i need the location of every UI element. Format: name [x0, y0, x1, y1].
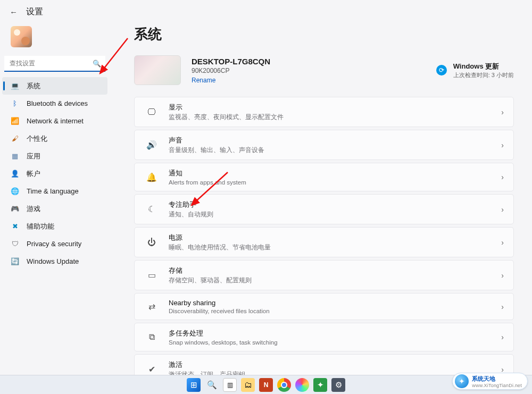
- card-body: 通知Alerts from apps and system: [169, 169, 246, 186]
- sidebar-item-label: 个性化: [27, 134, 47, 144]
- settings-list: 🖵显示监视器、亮度、夜间模式、显示配置文件›🔊声音音量级别、输出、输入、声音设备…: [134, 97, 514, 394]
- sidebar-item-label: Bluetooth & devices: [27, 99, 88, 107]
- sidebar-item-time-language[interactable]: 🌐Time & language: [2, 182, 107, 200]
- settings-item-notifications[interactable]: 🔔通知Alerts from apps and system›: [134, 163, 514, 191]
- sidebar-item-label: 应用: [27, 152, 40, 161]
- sidebar-item-label: Windows Update: [27, 257, 79, 265]
- card-subtitle: 监视器、亮度、夜间模式、显示配置文件: [169, 113, 284, 121]
- update-icon: ⟳: [436, 65, 447, 76]
- card-title: 声音: [169, 136, 264, 145]
- sidebar-item-update[interactable]: 🔄Windows Update: [2, 253, 107, 270]
- watermark-name: 系统天地: [472, 375, 522, 383]
- sidebar-item-network[interactable]: 📶Network & internet: [2, 112, 107, 130]
- personalization-icon: 🖌: [11, 135, 19, 142]
- notifications-icon: 🔔: [144, 172, 159, 182]
- layout: 🔍 💻系统ᛒBluetooth & devices📶Network & inte…: [0, 22, 532, 394]
- user-avatar[interactable]: [11, 26, 32, 47]
- power-icon: ⏻: [144, 238, 159, 247]
- accessibility-icon: ✖: [11, 222, 19, 230]
- settings-item-display[interactable]: 🖵显示监视器、亮度、夜间模式、显示配置文件›: [134, 97, 514, 127]
- watermark-url: www.XiTongTianDi.net: [472, 383, 522, 388]
- card-title: 激活: [169, 360, 245, 370]
- settings-item-storage[interactable]: ▭存储存储空间、驱动器、配置规则›: [134, 260, 514, 290]
- accounts-icon: 👤: [11, 170, 19, 178]
- search-wrap: 🔍: [1, 56, 109, 75]
- device-row: DESKTOP-L7G8CQN 90K20006CP Rename ⟳ Wind…: [134, 55, 514, 85]
- sidebar-item-gaming[interactable]: 🎮游戏: [2, 200, 107, 217]
- card-title: 通知: [169, 169, 246, 178]
- storage-icon: ▭: [144, 270, 159, 280]
- settings-item-focus-assist[interactable]: ☾专注助手通知、自动规则›: [134, 194, 514, 224]
- card-body: 电源睡眠、电池使用情况、节省电池电量: [169, 233, 271, 252]
- chevron-right-icon: ›: [501, 205, 504, 214]
- device-name: DESKTOP-L7G8CQN: [192, 57, 270, 66]
- settings-icon[interactable]: ⚙: [331, 378, 345, 392]
- chevron-right-icon: ›: [501, 173, 504, 181]
- task-view-icon[interactable]: ▥: [223, 378, 237, 392]
- settings-item-nearby-sharing[interactable]: ⇄Nearby sharingDiscoverability, received…: [134, 293, 514, 320]
- device-thumbnail: [134, 55, 181, 85]
- card-subtitle: 音量级别、输出、输入、声音设备: [169, 146, 264, 154]
- windows-update-tile[interactable]: ⟳ Windows 更新 上次检查时间: 3 小时前: [436, 62, 514, 79]
- settings-item-sound[interactable]: 🔊声音音量级别、输出、输入、声音设备›: [134, 130, 514, 160]
- nearby-sharing-icon: ⇄: [144, 301, 159, 312]
- card-title: 电源: [169, 233, 271, 242]
- device-model: 90K20006CP: [192, 67, 270, 74]
- taskbar-search-icon[interactable]: 🔍: [205, 378, 219, 392]
- card-title: 专注助手: [169, 200, 213, 209]
- card-title: 存储: [169, 266, 252, 275]
- sidebar-item-bluetooth[interactable]: ᛒBluetooth & devices: [2, 95, 107, 112]
- sidebar: 🔍 💻系统ᛒBluetooth & devices📶Network & inte…: [0, 22, 110, 394]
- card-body: 存储存储空间、驱动器、配置规则: [169, 266, 252, 284]
- sidebar-item-label: Network & internet: [27, 117, 84, 125]
- header-title: 设置: [26, 6, 43, 18]
- app-icon-green[interactable]: ✦: [313, 378, 327, 392]
- device-info: DESKTOP-L7G8CQN 90K20006CP Rename: [192, 57, 270, 84]
- sidebar-item-privacy[interactable]: 🛡Privacy & security: [2, 235, 107, 253]
- settings-item-power[interactable]: ⏻电源睡眠、电池使用情况、节省电池电量›: [134, 227, 514, 257]
- file-explorer-icon[interactable]: 🗂: [241, 378, 255, 392]
- chevron-right-icon: ›: [501, 271, 504, 280]
- nav-list: 💻系统ᛒBluetooth & devices📶Network & intern…: [1, 77, 109, 270]
- rename-link[interactable]: Rename: [192, 77, 270, 84]
- titlebar: ← 设置: [0, 0, 532, 22]
- settings-item-multitasking[interactable]: ⧉多任务处理Snap windows, desktops, task switc…: [134, 323, 514, 351]
- card-subtitle: Alerts from apps and system: [169, 179, 246, 186]
- card-subtitle: Snap windows, desktops, task switching: [169, 339, 278, 346]
- card-subtitle: Discoverability, received files location: [169, 308, 270, 314]
- sidebar-item-accounts[interactable]: 👤帐户: [2, 165, 107, 182]
- chevron-right-icon: ›: [501, 303, 504, 311]
- content: 系统 DESKTOP-L7G8CQN 90K20006CP Rename ⟳ W…: [110, 22, 532, 394]
- display-icon: 🖵: [144, 107, 159, 117]
- chevron-right-icon: ›: [501, 141, 504, 149]
- sidebar-item-accessibility[interactable]: ✖辅助功能: [2, 217, 107, 235]
- card-body: Nearby sharingDiscoverability, received …: [169, 299, 270, 314]
- sidebar-item-label: 系统: [27, 81, 40, 91]
- search-input[interactable]: [4, 56, 105, 72]
- browser-icon[interactable]: [295, 378, 309, 392]
- back-arrow-icon[interactable]: ←: [10, 7, 18, 16]
- chevron-right-icon: ›: [501, 238, 504, 247]
- chevron-right-icon: ›: [501, 333, 504, 341]
- update-title: Windows 更新: [453, 62, 514, 71]
- page-title: 系统: [134, 25, 514, 44]
- activation-icon: ✔: [144, 364, 159, 374]
- sidebar-item-personalization[interactable]: 🖌个性化: [2, 130, 107, 147]
- start-button[interactable]: ⊞: [187, 378, 201, 392]
- focus-assist-icon: ☾: [144, 204, 159, 214]
- time-language-icon: 🌐: [11, 187, 19, 195]
- avatar-wrap: [1, 24, 109, 56]
- chevron-right-icon: ›: [501, 108, 504, 116]
- sidebar-item-label: Time & language: [27, 187, 79, 195]
- sidebar-item-system[interactable]: 💻系统: [2, 77, 107, 95]
- sidebar-item-apps[interactable]: ▦应用: [2, 147, 107, 165]
- card-title: Nearby sharing: [169, 299, 270, 307]
- privacy-icon: 🛡: [11, 240, 19, 248]
- card-title: 显示: [169, 103, 284, 112]
- system-icon: 💻: [11, 82, 19, 90]
- office-icon[interactable]: N: [259, 378, 273, 392]
- update-text: Windows 更新 上次检查时间: 3 小时前: [453, 62, 514, 79]
- taskbar: ⊞ 🔍 ▥ 🗂 N ✦ ⚙: [0, 375, 532, 394]
- card-body: 专注助手通知、自动规则: [169, 200, 213, 219]
- chrome-icon[interactable]: [277, 378, 291, 392]
